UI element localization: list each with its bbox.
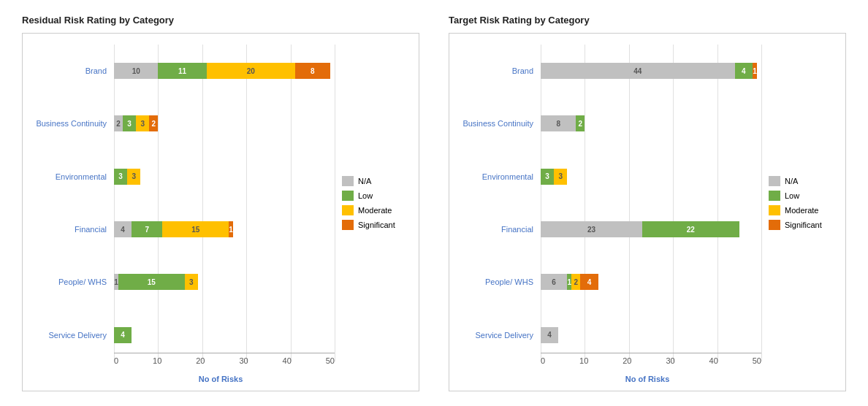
bar-segment-0-3-2: 15 <box>162 221 229 237</box>
bar-row-0-0: 1011208 <box>114 58 335 84</box>
legend-label-1-0: N/A <box>785 177 798 185</box>
x-tick-0-4: 40 <box>283 356 292 365</box>
bar-segment-1-0-0: 44 <box>541 63 735 79</box>
grid-line-0-2 <box>202 45 203 361</box>
bar-segment-0-1-0: 2 <box>114 115 123 131</box>
chart-box-1: BrandBusiness ContinuityEnvironmentalFin… <box>449 33 846 391</box>
legend-0: N/ALowModerateSignificant <box>335 45 408 361</box>
bar-segment-1-0-1: 4 <box>735 63 753 79</box>
bar-segment-0-4-2: 3 <box>185 274 198 290</box>
bar-segment-0-3-3: 1 <box>229 221 233 237</box>
bar-segment-1-1-1: 2 <box>576 115 585 131</box>
legend-1: N/ALowModerateSignificant <box>761 45 834 361</box>
bar-segment-0-1-3: 2 <box>149 115 158 131</box>
bar-row-0-4: 1153 <box>114 269 335 295</box>
bar-segment-0-2-1: 3 <box>127 169 140 185</box>
bar-row-1-2: 33 <box>541 164 761 190</box>
legend-color-0-0 <box>342 176 354 186</box>
grid-line-0-4 <box>291 45 292 361</box>
bar-row-0-5: 4 <box>114 322 335 348</box>
legend-label-1-3: Significant <box>785 221 822 229</box>
y-label-1-5: Service Delivery <box>460 322 533 348</box>
legend-item-1-3: Significant <box>769 220 834 230</box>
bar-segment-1-2-1: 3 <box>554 169 567 185</box>
legend-color-1-1 <box>769 191 780 201</box>
bar-segment-0-1-1: 3 <box>123 115 136 131</box>
legend-color-0-1 <box>342 191 354 201</box>
legend-color-0-3 <box>342 220 354 230</box>
grid-line-0-1 <box>158 45 159 361</box>
legend-item-0-1: Low <box>342 191 408 201</box>
x-axis-label-1: No of Risks <box>625 375 670 383</box>
y-label-0-3: Financial <box>34 216 107 242</box>
bar-row-1-3: 2322 <box>541 216 761 242</box>
bar-segment-0-3-1: 7 <box>132 221 162 237</box>
x-tick-1-2: 20 <box>623 356 631 365</box>
x-tick-0-3: 30 <box>239 356 248 365</box>
y-label-1-2: Environmental <box>460 164 533 190</box>
grid-line-1-5 <box>761 45 762 361</box>
bar-segment-1-3-0: 23 <box>541 221 642 237</box>
x-axis-0: 01020304050 <box>114 353 335 365</box>
x-tick-1-5: 50 <box>753 356 761 365</box>
bar-segment-1-4-0: 6 <box>541 274 567 290</box>
x-axis-1: 01020304050 <box>541 353 761 365</box>
y-label-0-0: Brand <box>34 58 107 84</box>
bar-segment-1-4-3: 4 <box>580 274 598 290</box>
y-label-1-0: Brand <box>460 58 533 84</box>
bar-segment-0-0-3: 8 <box>295 63 330 79</box>
chart-title-0: Residual Risk Rating by Category <box>22 15 419 26</box>
bar-segment-1-1-0: 8 <box>541 115 576 131</box>
bar-segment-1-2-0: 3 <box>541 169 554 185</box>
x-axis-label-0: No of Risks <box>199 375 243 383</box>
y-label-1-3: Financial <box>460 216 533 242</box>
y-label-1-1: Business Continuity <box>460 110 533 137</box>
y-labels-0: BrandBusiness ContinuityEnvironmentalFin… <box>34 45 114 361</box>
y-label-0-5: Service Delivery <box>34 322 107 348</box>
y-labels-1: BrandBusiness ContinuityEnvironmentalFin… <box>460 45 541 361</box>
y-label-0-4: People/ WHS <box>34 269 107 295</box>
charts-container: Residual Risk Rating by CategoryBrandBus… <box>22 15 846 391</box>
legend-color-1-3 <box>769 220 780 230</box>
legend-label-0-1: Low <box>358 191 373 200</box>
y-label-1-4: People/ WHS <box>460 269 533 295</box>
grid-line-0-0 <box>114 45 115 361</box>
bar-segment-0-4-1: 15 <box>118 274 185 290</box>
chart-box-0: BrandBusiness ContinuityEnvironmentalFin… <box>22 33 419 391</box>
bar-segment-0-1-2: 3 <box>136 115 149 131</box>
bar-segment-0-0-2: 20 <box>207 63 295 79</box>
y-label-0-2: Environmental <box>34 164 107 190</box>
bar-segment-0-0-1: 11 <box>158 63 206 79</box>
x-tick-1-4: 40 <box>709 356 718 365</box>
grid-line-0-5 <box>335 45 335 361</box>
grid-line-0-3 <box>246 45 247 361</box>
legend-color-0-2 <box>342 205 354 215</box>
bar-segment-1-3-1: 22 <box>642 221 739 237</box>
legend-label-1-1: Low <box>785 191 799 200</box>
grid-line-1-2 <box>629 45 630 361</box>
legend-label-0-2: Moderate <box>358 206 392 215</box>
grid-line-1-1 <box>585 45 585 361</box>
legend-item-0-2: Moderate <box>342 205 408 215</box>
grid-line-1-3 <box>673 45 674 361</box>
grid-line-1-0 <box>541 45 541 361</box>
chart-wrapper-1: Target Risk Rating by CategoryBrandBusin… <box>449 15 846 391</box>
bar-row-0-1: 2332 <box>114 110 335 137</box>
x-tick-1-3: 30 <box>666 356 674 365</box>
x-tick-0-1: 10 <box>153 356 161 365</box>
bar-row-0-2: 33 <box>114 164 335 190</box>
x-tick-0-2: 20 <box>196 356 205 365</box>
bar-segment-0-3-0: 4 <box>114 221 132 237</box>
bar-segment-0-2-0: 3 <box>114 169 127 185</box>
bar-segment-0-0-0: 10 <box>114 63 158 79</box>
x-tick-0-0: 0 <box>114 356 118 365</box>
bar-row-1-0: 4441 <box>541 58 761 84</box>
x-tick-1-1: 10 <box>579 356 588 365</box>
bar-segment-1-5-0: 4 <box>541 327 558 343</box>
bar-segment-1-4-2: 2 <box>571 274 580 290</box>
grid-line-1-4 <box>717 45 718 361</box>
bar-segment-1-0-2: 1 <box>753 63 757 79</box>
legend-item-1-1: Low <box>769 191 834 201</box>
x-tick-0-5: 50 <box>326 356 335 365</box>
bar-row-1-4: 6124 <box>541 269 761 295</box>
